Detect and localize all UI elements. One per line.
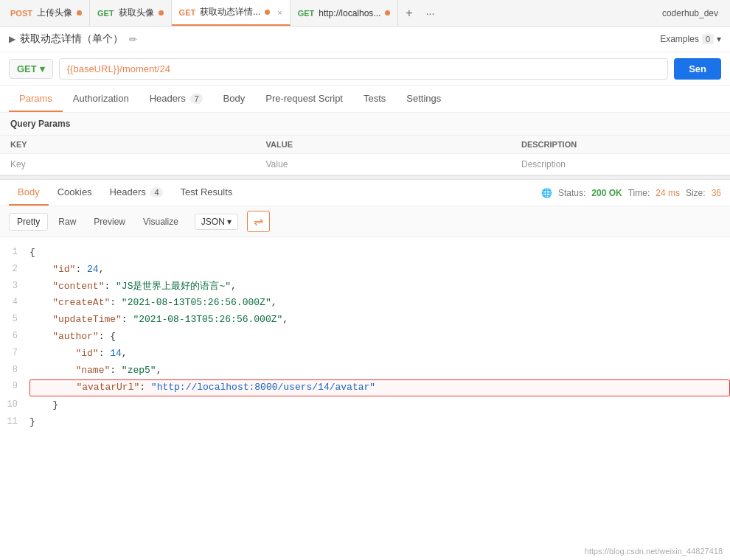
method-label: GET xyxy=(17,63,37,74)
response-tab-cookies[interactable]: Cookies xyxy=(49,180,101,206)
col-key: KEY xyxy=(0,136,256,154)
json-line: 4 "createAt": "2021-08-13T05:26:56.000Z"… xyxy=(0,295,730,312)
line-number: 4 xyxy=(0,295,29,311)
tab-params[interactable]: Params xyxy=(9,86,63,112)
size-value: 36 xyxy=(712,188,721,198)
tab-method-get-moment: GET xyxy=(179,8,196,17)
params-description-input[interactable]: Description xyxy=(511,154,730,175)
tab-bar: POST 上传头像 GET 获取头像 GET 获取动态详情... × GET h… xyxy=(0,0,730,27)
json-line: 11} xyxy=(0,414,730,431)
tab-post-upload[interactable]: POST 上传头像 xyxy=(3,0,90,26)
line-content: } xyxy=(29,398,730,413)
json-line: 3 "content": "JS是世界上最好的语言~", xyxy=(0,279,730,295)
tab-prerequest[interactable]: Pre-request Script xyxy=(255,86,353,112)
col-value: VALUE xyxy=(256,136,512,154)
view-tab-visualize[interactable]: Visualize xyxy=(136,214,186,230)
tab-label-get-localhost: http://localhos... xyxy=(319,8,380,18)
url-input[interactable] xyxy=(59,58,668,80)
tab-dot-get-localhost xyxy=(385,10,390,15)
tab-body[interactable]: Body xyxy=(213,86,256,112)
line-number: 6 xyxy=(0,329,29,345)
method-dropdown-icon: ▾ xyxy=(40,63,45,74)
tab-dot-upload xyxy=(77,10,82,15)
line-content: "avatarUrl": "http://localhost:8000/user… xyxy=(29,379,730,396)
response-tab-test-results[interactable]: Test Results xyxy=(172,180,242,206)
col-description: DESCRIPTION xyxy=(511,136,730,154)
line-number: 1 xyxy=(0,245,29,261)
view-tab-raw[interactable]: Raw xyxy=(51,214,83,230)
response-tabs: Body Cookies Headers 4 Test Results xyxy=(9,180,241,206)
params-placeholder-row[interactable]: Key Value Description xyxy=(0,154,730,175)
line-number: 11 xyxy=(0,415,29,430)
wrap-icon: ⇌ xyxy=(254,214,263,228)
json-line: 7 "id": 14, xyxy=(0,346,730,363)
view-tab-pretty[interactable]: Pretty xyxy=(9,213,48,231)
tab-label-upload: 上传头像 xyxy=(37,7,72,19)
line-number: 10 xyxy=(0,398,29,413)
params-key-input[interactable]: Key xyxy=(0,154,256,175)
tab-method-get-avatar: GET xyxy=(97,9,114,18)
line-content: "id": 24, xyxy=(29,262,730,278)
headers-badge: 7 xyxy=(190,94,202,104)
tab-tests[interactable]: Tests xyxy=(353,86,396,112)
examples-button[interactable]: Examples 0 ▾ xyxy=(660,34,721,44)
tab-method-post: POST xyxy=(10,9,32,18)
line-content: "createAt": "2021-08-13T05:26:56.000Z", xyxy=(29,295,730,311)
tab-label-get-avatar: 获取头像 xyxy=(119,7,154,19)
response-headers-badge: 4 xyxy=(150,187,162,197)
size-label: Size: xyxy=(686,188,706,198)
wrap-button[interactable]: ⇌ xyxy=(247,211,270,232)
tab-method-get-localhost: GET xyxy=(298,9,315,18)
format-select[interactable]: JSON ▾ xyxy=(195,214,238,230)
request-nav-tabs: Params Authorization Headers 7 Body Pre-… xyxy=(0,86,730,113)
line-content: "updateTime": "2021-08-13T05:26:56.000Z"… xyxy=(29,312,730,328)
method-select[interactable]: GET ▾ xyxy=(9,59,53,79)
line-content: } xyxy=(29,415,730,430)
params-value-input[interactable]: Value xyxy=(256,154,512,175)
tab-settings[interactable]: Settings xyxy=(396,86,451,112)
request-header: ▶ 获取动态详情（单个） ✏ Examples 0 ▾ xyxy=(0,27,730,52)
new-tab-button[interactable]: + xyxy=(398,7,420,20)
body-view-tabs: Pretty Raw Preview Visualize JSON ▾ ⇌ xyxy=(0,206,730,237)
status-value: 200 OK xyxy=(591,188,622,198)
more-tabs-button[interactable]: ··· xyxy=(420,7,441,19)
line-content: "content": "JS是世界上最好的语言~", xyxy=(29,279,730,295)
examples-label: Examples xyxy=(660,34,699,44)
response-header: Body Cookies Headers 4 Test Results 🌐 St… xyxy=(0,180,730,206)
tab-headers[interactable]: Headers 7 xyxy=(139,86,213,112)
line-number: 5 xyxy=(0,312,29,328)
json-line: 1{ xyxy=(0,245,730,262)
tab-label-get-moment: 获取动态详情... xyxy=(200,6,260,18)
json-line: 10 } xyxy=(0,397,730,414)
send-button[interactable]: Sen xyxy=(674,58,721,80)
query-params-title: Query Params xyxy=(0,113,730,136)
tab-authorization[interactable]: Authorization xyxy=(63,86,139,112)
workspace-name: coderhub_dev xyxy=(653,8,727,18)
format-dropdown-icon: ▾ xyxy=(227,217,232,227)
request-title: 获取动态详情（单个） xyxy=(20,32,123,46)
tab-get-moment[interactable]: GET 获取动态详情... × xyxy=(172,0,291,26)
line-number: 7 xyxy=(0,346,29,362)
tab-dot-get-avatar xyxy=(159,10,164,15)
line-content: { xyxy=(29,245,730,261)
examples-count: 0 xyxy=(702,34,714,44)
response-tab-body[interactable]: Body xyxy=(9,180,49,206)
url-bar: GET ▾ Sen xyxy=(0,52,730,86)
breadcrumb-arrow-icon: ▶ xyxy=(9,34,15,44)
time-label: Time: xyxy=(628,188,650,198)
line-number: 3 xyxy=(0,279,29,295)
tab-get-avatar[interactable]: GET 获取头像 xyxy=(90,0,172,26)
view-tab-preview[interactable]: Preview xyxy=(86,214,133,230)
tab-get-localhost[interactable]: GET http://localhos... xyxy=(291,0,399,26)
examples-dropdown-icon: ▾ xyxy=(717,34,721,44)
line-content: "id": 14, xyxy=(29,346,730,362)
json-line: 9 "avatarUrl": "http://localhost:8000/us… xyxy=(0,379,730,397)
line-content: "author": { xyxy=(29,329,730,345)
response-tab-headers[interactable]: Headers 4 xyxy=(101,180,172,206)
params-table: KEY VALUE DESCRIPTION Key Value Descript… xyxy=(0,136,730,175)
line-content: "name": "zep5", xyxy=(29,363,730,379)
tab-dot-get-moment xyxy=(265,10,270,15)
edit-title-icon[interactable]: ✏ xyxy=(129,34,137,45)
line-number: 8 xyxy=(0,363,29,379)
tab-close-icon[interactable]: × xyxy=(277,8,282,17)
